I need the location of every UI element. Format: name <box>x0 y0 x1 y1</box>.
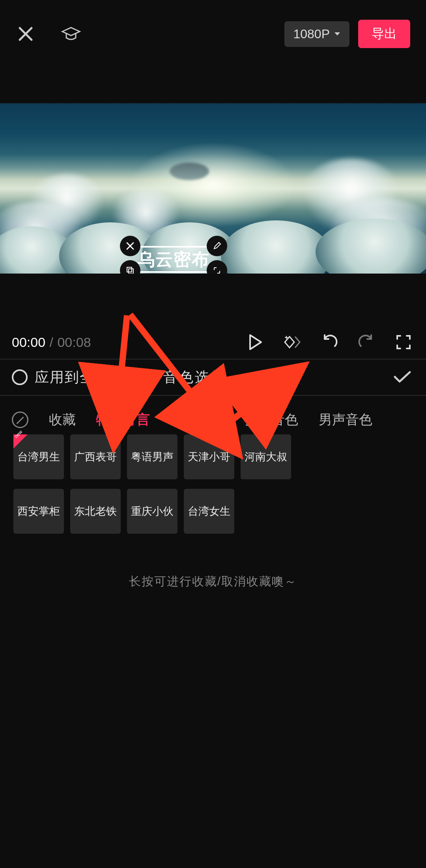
category-dialect[interactable]: 特色方言 <box>96 411 150 429</box>
apply-all-label: 应用到全部文本 <box>35 368 140 387</box>
resolution-label: 1080P <box>293 27 330 41</box>
caret-down-icon <box>334 32 341 36</box>
time-current: 00:00 <box>12 335 45 350</box>
close-icon <box>126 242 135 250</box>
time-separator: / <box>50 335 53 350</box>
keyframe-add-icon <box>282 334 302 350</box>
caption-edit-handle[interactable] <box>207 236 227 256</box>
fullscreen-icon <box>396 334 411 350</box>
voice-categories: 收藏 特色方言 萌趣动漫 女声音色 男声音色 <box>0 404 426 436</box>
hint-text: 长按可进行收藏/取消收藏噢～ <box>0 574 426 590</box>
video-preview[interactable]: 乌云密布 <box>0 103 426 274</box>
redo-icon <box>358 334 375 350</box>
copy-icon <box>126 266 135 274</box>
export-button[interactable]: 导出 <box>358 20 410 48</box>
close-button[interactable] <box>16 24 36 44</box>
category-favorites[interactable]: 收藏 <box>49 411 76 429</box>
category-female[interactable]: 女声音色 <box>245 411 298 429</box>
svg-rect-0 <box>127 267 132 272</box>
voice-option[interactable]: 西安掌柜 <box>13 489 64 534</box>
pencil-icon <box>213 242 221 250</box>
graduation-cap-icon <box>61 24 81 44</box>
tutorial-button[interactable] <box>59 22 83 46</box>
voice-label: 重庆小伙 <box>131 504 174 518</box>
apply-all-checkbox[interactable] <box>12 369 28 385</box>
voice-option[interactable]: 台湾女生 <box>184 489 234 534</box>
panel-header: 应用到全部文本 音色选择 <box>0 359 426 396</box>
confirm-button[interactable] <box>390 365 414 389</box>
voice-label: 东北老铁 <box>74 504 117 518</box>
playbar: 00:00 / 00:08 <box>0 330 426 354</box>
time-display: 00:00 / 00:08 <box>12 335 91 350</box>
panel-title: 音色选择 <box>163 368 226 387</box>
voice-option[interactable]: 天津小哥 <box>184 434 234 479</box>
voice-option[interactable]: 台湾男生 <box>13 434 64 479</box>
voice-option[interactable]: 重庆小伙 <box>127 489 178 534</box>
voice-label: 粤语男声 <box>131 450 174 464</box>
voice-label: 西安掌柜 <box>17 504 60 518</box>
voice-option[interactable]: 河南大叔 <box>241 434 291 479</box>
undo-icon <box>321 334 338 350</box>
voice-label: 台湾女生 <box>188 504 230 518</box>
resize-icon <box>213 266 221 274</box>
voice-label: 天津小哥 <box>188 450 230 464</box>
play-icon <box>248 334 262 350</box>
time-total: 00:08 <box>57 335 91 350</box>
voice-grid: 台湾男生 广西表哥 粤语男声 天津小哥 河南大叔 西安掌柜 东北老铁 重庆小伙 … <box>13 434 426 534</box>
play-button[interactable] <box>245 332 266 353</box>
undo-button[interactable] <box>319 332 340 353</box>
caption-delete-handle[interactable] <box>120 236 140 256</box>
redo-button[interactable] <box>356 332 377 353</box>
voice-option[interactable]: 粤语男声 <box>127 434 178 479</box>
voice-option[interactable]: 东北老铁 <box>70 489 121 534</box>
caption-text-box[interactable]: 乌云密布 <box>130 246 217 273</box>
fullscreen-button[interactable] <box>393 332 414 353</box>
category-anime[interactable]: 萌趣动漫 <box>170 411 224 429</box>
close-icon <box>17 26 34 42</box>
check-icon <box>392 370 412 385</box>
resolution-button[interactable]: 1080P <box>284 21 349 47</box>
voice-option[interactable]: 广西表哥 <box>70 434 121 479</box>
voice-label: 台湾男生 <box>17 450 60 464</box>
voice-label: 河南大叔 <box>245 450 287 464</box>
keyframe-button[interactable] <box>282 332 303 353</box>
caption-text: 乌云密布 <box>137 248 210 271</box>
new-badge-icon <box>13 434 28 449</box>
category-male[interactable]: 男声音色 <box>319 411 372 429</box>
svg-rect-1 <box>129 269 133 274</box>
voice-label: 广西表哥 <box>74 450 117 464</box>
category-none[interactable] <box>12 412 28 428</box>
export-label: 导出 <box>372 26 397 41</box>
